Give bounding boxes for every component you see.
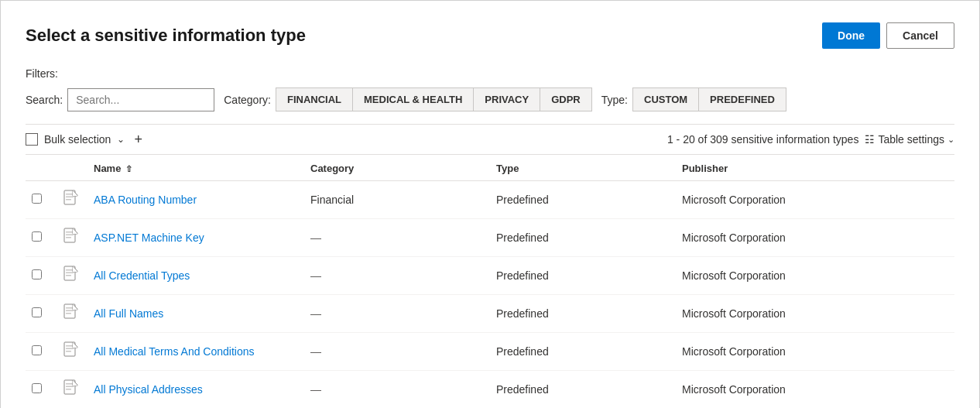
svg-rect-8 — [66, 235, 74, 236]
type-filter-buttons: CUSTOM PREDEFINED — [632, 87, 786, 111]
row-icon-cell — [57, 257, 87, 295]
filter-btn-medical[interactable]: MEDICAL & HEALTH — [352, 87, 473, 111]
table-settings-icon: ☷ — [865, 133, 875, 146]
document-icon — [63, 379, 80, 399]
bulk-chevron-icon[interactable]: ⌄ — [117, 134, 125, 145]
col-header-icon — [57, 155, 87, 181]
row-checkbox-cell — [26, 333, 57, 371]
category-filter-buttons: FINANCIAL MEDICAL & HEALTH PRIVACY GDPR — [276, 87, 592, 111]
row-name: All Medical Terms And Conditions — [87, 333, 304, 371]
row-checkbox[interactable] — [32, 194, 42, 204]
document-icon — [63, 189, 80, 209]
toolbar-row: Bulk selection ⌄ + 1 - 20 of 309 sensiti… — [26, 125, 954, 155]
table-row[interactable]: All Full Names—PredefinedMicrosoft Corpo… — [26, 295, 954, 333]
row-type: Predefined — [490, 219, 676, 257]
row-publisher: Microsoft Corporation — [676, 219, 954, 257]
filter-btn-financial[interactable]: FINANCIAL — [276, 87, 352, 111]
table-row[interactable]: ABA Routing NumberFinancialPredefinedMic… — [26, 181, 954, 219]
svg-rect-33 — [66, 389, 71, 390]
row-category: — — [304, 257, 490, 295]
col-name-label: Name — [94, 163, 121, 174]
svg-rect-26 — [66, 348, 74, 350]
svg-rect-9 — [66, 237, 71, 238]
row-checkbox-cell — [26, 219, 57, 257]
dialog-header: Select a sensitive information type Done… — [26, 22, 954, 49]
row-icon-cell — [57, 219, 87, 257]
table-row[interactable]: All Physical Addresses—PredefinedMicroso… — [26, 371, 954, 409]
add-button[interactable]: + — [131, 132, 146, 146]
row-checkbox[interactable] — [32, 383, 42, 393]
svg-rect-2 — [66, 197, 74, 198]
bulk-selection-label[interactable]: Bulk selection — [44, 133, 111, 146]
row-name: ABA Routing Number — [87, 181, 304, 219]
svg-rect-21 — [66, 313, 71, 314]
document-icon — [63, 303, 80, 323]
filter-btn-gdpr[interactable]: GDPR — [540, 87, 592, 111]
row-checkbox-cell — [26, 181, 57, 219]
table-settings-label: Table settings — [878, 133, 944, 146]
row-checkbox-cell — [26, 371, 57, 409]
type-group: Type: CUSTOM PREDEFINED — [601, 87, 786, 111]
row-name: All Credential Types — [87, 257, 304, 295]
row-checkbox[interactable] — [32, 307, 42, 317]
row-publisher: Microsoft Corporation — [676, 295, 954, 333]
col-header-name[interactable]: Name ⇧ — [87, 155, 304, 181]
table-row[interactable]: All Medical Terms And Conditions—Predefi… — [26, 333, 954, 371]
row-checkbox[interactable] — [32, 231, 42, 242]
select-sensitive-info-dialog: Select a sensitive information type Done… — [0, 0, 980, 408]
document-icon — [63, 227, 80, 247]
row-checkbox[interactable] — [32, 345, 42, 355]
table-row[interactable]: ASP.NET Machine Key—PredefinedMicrosoft … — [26, 219, 954, 257]
col-header-type: Type — [490, 155, 676, 181]
row-type: Predefined — [490, 295, 676, 333]
table-row[interactable]: All Credential Types—PredefinedMicrosoft… — [26, 257, 954, 295]
col-header-checkbox — [26, 155, 57, 181]
row-checkbox-cell — [26, 257, 57, 295]
row-category: — — [304, 371, 490, 409]
row-type: Predefined — [490, 371, 676, 409]
sort-asc-icon: ⇧ — [125, 164, 132, 173]
done-button[interactable]: Done — [822, 22, 880, 49]
bulk-selection-area: Bulk selection ⌄ + — [26, 132, 146, 146]
table-header: Name ⇧ Category Type Publisher — [26, 155, 954, 181]
category-label: Category: — [224, 94, 271, 106]
search-label: Search: — [26, 94, 63, 106]
row-type: Predefined — [490, 333, 676, 371]
filter-btn-custom[interactable]: CUSTOM — [632, 87, 698, 111]
row-publisher: Microsoft Corporation — [676, 371, 954, 409]
cancel-button[interactable]: Cancel — [886, 22, 954, 49]
table-info: 1 - 20 of 309 sensitive information type… — [667, 133, 954, 146]
filter-btn-privacy[interactable]: PRIVACY — [473, 87, 540, 111]
type-label: Type: — [601, 94, 628, 106]
row-icon-cell — [57, 295, 87, 333]
search-input[interactable] — [67, 88, 214, 111]
table-settings-chevron-icon: ⌄ — [947, 135, 954, 145]
row-category: — — [304, 219, 490, 257]
search-group: Search: — [26, 88, 214, 111]
row-category: Financial — [304, 181, 490, 219]
row-checkbox[interactable] — [32, 269, 42, 279]
row-name: ASP.NET Machine Key — [87, 219, 304, 257]
row-publisher: Microsoft Corporation — [676, 257, 954, 295]
filter-btn-predefined[interactable]: PREDEFINED — [698, 87, 786, 111]
row-checkbox-cell — [26, 295, 57, 333]
svg-rect-3 — [66, 199, 71, 201]
category-group: Category: FINANCIAL MEDICAL & HEALTH PRI… — [224, 87, 592, 111]
header-buttons: Done Cancel — [822, 22, 954, 49]
table-body: ABA Routing NumberFinancialPredefinedMic… — [26, 181, 954, 409]
svg-rect-15 — [66, 275, 71, 276]
row-type: Predefined — [490, 257, 676, 295]
row-type: Predefined — [490, 181, 676, 219]
bulk-checkbox[interactable] — [26, 133, 38, 146]
col-header-category: Category — [304, 155, 490, 181]
row-category: — — [304, 333, 490, 371]
svg-rect-27 — [66, 351, 71, 352]
svg-rect-14 — [66, 273, 74, 274]
document-icon — [63, 341, 80, 361]
filters-row: Search: Category: FINANCIAL MEDICAL & HE… — [26, 87, 954, 111]
dialog-title: Select a sensitive information type — [26, 26, 306, 46]
table-settings-button[interactable]: ☷ Table settings ⌄ — [865, 133, 954, 146]
filters-label: Filters: — [26, 67, 954, 80]
row-icon-cell — [57, 371, 87, 409]
row-name: All Full Names — [87, 295, 304, 333]
